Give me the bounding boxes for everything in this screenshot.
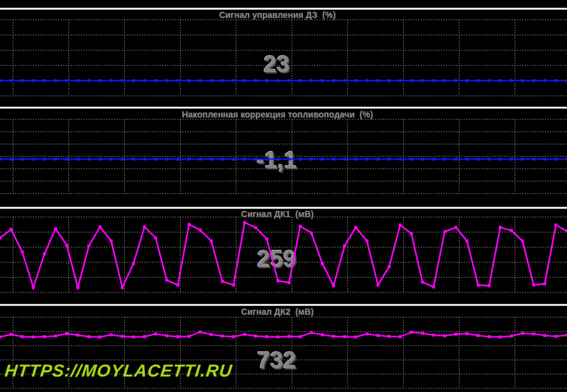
chart-title-fuel-trim: Накопленная коррекция топливоподачи (%) <box>0 109 555 119</box>
panel-separator <box>0 304 567 306</box>
site-watermark: HTTPS://MOYLACETTI.RU <box>4 361 233 381</box>
current-value-fuel-trim: -1,1 <box>0 148 553 172</box>
chart-title-dz: Сигнал управления ДЗ (%) <box>0 10 555 20</box>
panel-separator <box>0 106 567 109</box>
chart-title-dk2: Сигнал ДК2 (мВ) <box>0 307 555 317</box>
oscilloscope-screen: 23 -1,1 259 732 HTTPS://MOYLACETTI.RU Си… <box>0 0 567 392</box>
chart-title-dk1: Сигнал ДК1 (мВ) <box>0 209 555 219</box>
current-value-dk1: 259 <box>0 247 553 271</box>
current-value-dz: 23 <box>0 53 553 76</box>
